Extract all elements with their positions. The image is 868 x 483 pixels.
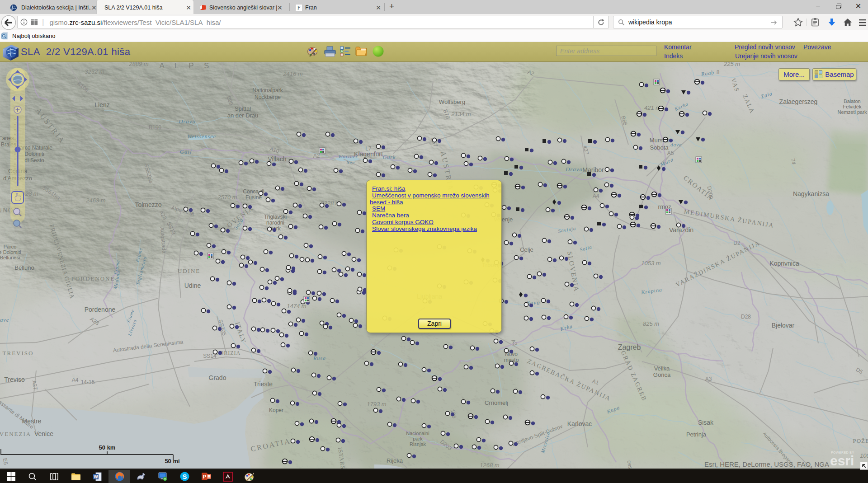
svg-text:50 mi: 50 mi	[165, 458, 179, 464]
svg-text:50 km: 50 km	[99, 444, 116, 451]
svg-text:P: P	[203, 474, 206, 479]
svg-text:W: W	[94, 474, 98, 479]
svg-text:S: S	[182, 473, 187, 480]
